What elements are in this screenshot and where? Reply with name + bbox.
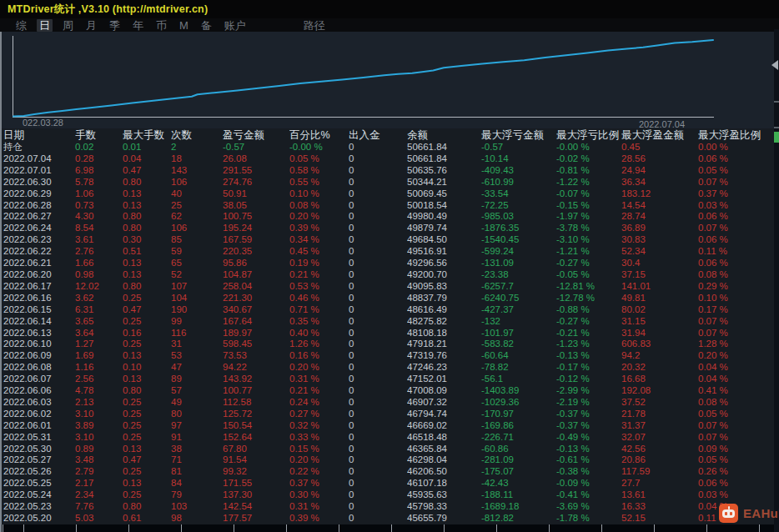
table-row[interactable]: 2022.05.237.760.80103142.540.31 %045798.…	[0, 501, 779, 513]
menu-item-路径[interactable]: 路径	[301, 19, 328, 32]
cell-9: -1.22 %	[556, 177, 621, 188]
cell-10: 80.02	[621, 304, 698, 316]
column-header-3: 次数	[171, 128, 223, 142]
cell-6: 0	[349, 350, 407, 362]
table-row[interactable]: 2022.05.300.890.133867.800.15 %046365.84…	[0, 444, 779, 455]
cell-4: 95.86	[223, 258, 289, 269]
cell-3: 57	[171, 385, 223, 397]
table-row[interactable]: 2022.06.143.650.2599167.640.35 %048275.8…	[0, 316, 779, 328]
menu-item-账户[interactable]: 账户	[222, 19, 249, 32]
cell-11: 0.08 %	[698, 397, 779, 409]
cell-5: -0.00 %	[289, 142, 349, 153]
cell-4: 125.72	[223, 409, 289, 420]
right-scroll-strip[interactable]	[774, 29, 779, 532]
cell-4: 220.35	[223, 246, 289, 258]
table-row[interactable]: 2022.06.248.540.80106195.240.39 %049879.…	[0, 223, 779, 234]
cell-0: 2022.06.27	[3, 211, 75, 223]
splitter-arrow-icon[interactable]	[771, 60, 778, 70]
grid-divider	[181, 524, 182, 532]
table-row[interactable]: 2022.06.1712.020.80107258.040.53 %049095…	[0, 281, 779, 293]
cell-5: 0.45 %	[289, 246, 349, 258]
table-row[interactable]: 2022.05.273.480.477191.540.20 %046298.04…	[0, 454, 779, 466]
cell-3: 104	[171, 293, 223, 304]
table-row[interactable]: 2022.05.242.340.2579137.300.30 %045935.6…	[0, 489, 779, 501]
table-row[interactable]: 2022.05.205.030.6198177.570.39 %045655.7…	[0, 513, 779, 524]
table-row[interactable]: 2022.06.305.780.80106274.760.55 %050344.…	[0, 177, 779, 188]
cell-11: 0.06 %	[698, 234, 779, 246]
table-row[interactable]: 2022.06.013.890.2597150.540.32 %046669.0…	[0, 420, 779, 432]
cell-1: 3.61	[75, 234, 123, 246]
table-row[interactable]: 2022.06.032.130.2549112.580.24 %046907.3…	[0, 397, 779, 409]
cell-6: 0	[349, 153, 407, 165]
table-row[interactable]: 2022.05.252.170.1384171.550.37 %046107.1…	[0, 478, 779, 489]
table-row[interactable]: 2022.06.233.610.3085167.590.34 %049684.5…	[0, 234, 779, 246]
cell-2: 0.13	[123, 258, 171, 269]
table-row[interactable]: 2022.06.101.270.2531598.451.26 %047918.2…	[0, 339, 779, 350]
table-row[interactable]: 2022.06.072.560.1389143.920.31 %047152.0…	[0, 374, 779, 385]
cell-10: 24.94	[621, 165, 698, 177]
column-header-6: 出入金	[349, 128, 407, 142]
menu-item-M[interactable]: M	[177, 19, 191, 32]
menu-item-周[interactable]: 周	[60, 19, 76, 32]
menu-item-季[interactable]: 季	[107, 19, 123, 32]
table-row[interactable]: 2022.06.280.730.132538.050.08 %050018.54…	[0, 200, 779, 212]
cell-7: 48108.18	[407, 328, 481, 339]
table-row[interactable]: 2022.06.133.640.16116189.970.40 %048108.…	[0, 328, 779, 339]
menu-item-综[interactable]: 综	[13, 19, 29, 32]
cell-6: 0	[349, 454, 407, 466]
table-row[interactable]: 持仓0.020.012-0.57-0.00 %050661.84-0.57-0.…	[0, 142, 779, 153]
table-row[interactable]: 2022.07.016.980.47143291.550.58 %050635.…	[0, 165, 779, 177]
cell-9: -0.37 %	[556, 409, 621, 420]
table-row[interactable]: 2022.06.163.620.25104221.300.46 %048837.…	[0, 293, 779, 304]
cell-7: 47008.09	[407, 385, 481, 397]
cell-2: 0.80	[123, 177, 171, 188]
cell-3: 71	[171, 454, 223, 466]
table-row[interactable]: 2022.06.064.780.8057100.770.21 %047008.0…	[0, 385, 779, 397]
table-row[interactable]: 2022.06.291.060.134050.910.10 %050069.45…	[0, 188, 779, 200]
cell-5: 0.15 %	[289, 444, 349, 455]
cell-2: 0.13	[123, 269, 171, 281]
menu-item-月[interactable]: 月	[83, 19, 99, 32]
table-row[interactable]: 2022.05.262.790.258199.320.22 %046206.50…	[0, 466, 779, 478]
cell-8: -23.38	[481, 269, 556, 281]
cell-8: -72.25	[481, 200, 556, 212]
cell-4: 50.91	[223, 188, 289, 200]
cell-4: -0.57	[223, 142, 289, 153]
cell-3: 47	[171, 362, 223, 374]
cell-5: 0.46 %	[289, 293, 349, 304]
cell-6: 0	[349, 444, 407, 455]
table-row[interactable]: 2022.05.313.100.2591152.640.33 %046518.4…	[0, 432, 779, 444]
cell-10: 16.33	[621, 501, 698, 513]
table-row[interactable]: 2022.06.156.310.47190340.670.71 %048616.…	[0, 304, 779, 316]
cell-6: 0	[349, 211, 407, 223]
cell-11: 0.06 %	[698, 153, 779, 165]
cell-9: -1.23 %	[556, 339, 621, 350]
table-row[interactable]: 2022.07.040.280.041826.080.05 %050661.84…	[0, 153, 779, 165]
cell-2: 0.80	[123, 211, 171, 223]
table-header: 日期手数最大手数次数盈亏金额百分比%出入金余额最大浮亏金额最大浮亏比例最大浮盈金…	[0, 128, 779, 142]
table-row[interactable]: 2022.06.081.160.104794.220.20 %047246.23…	[0, 362, 779, 374]
cell-9: -0.21 %	[556, 328, 621, 339]
table-row[interactable]: 2022.06.211.660.136595.860.19 %049296.56…	[0, 258, 779, 269]
table-row[interactable]: 2022.06.200.980.1352104.870.21 %049200.7…	[0, 269, 779, 281]
cell-3: 89	[171, 374, 223, 385]
menu-item-年[interactable]: 年	[130, 19, 146, 32]
table-row[interactable]: 2022.06.222.760.5159220.350.45 %049516.9…	[0, 246, 779, 258]
titlebar: MTDriver统计 ,V3.10 (http://mtdriver.cn)	[0, 0, 779, 18]
cell-11: 0.08 %	[698, 269, 779, 281]
grid-divider	[654, 524, 655, 532]
cell-1: 2.56	[75, 374, 123, 385]
cell-0: 2022.06.17	[3, 281, 75, 293]
table-row[interactable]: 2022.06.091.690.135373.530.16 %047319.76…	[0, 350, 779, 362]
cell-4: 167.64	[223, 316, 289, 328]
table-row[interactable]: 2022.06.023.100.2580125.720.27 %046794.7…	[0, 409, 779, 420]
table-row[interactable]: 2022.06.274.300.8062100.750.20 %049980.4…	[0, 211, 779, 223]
cell-2: 0.25	[123, 420, 171, 432]
menu-item-币[interactable]: 币	[153, 19, 169, 32]
cell-2: 0.25	[123, 409, 171, 420]
cell-7: 50635.76	[407, 165, 481, 177]
menu-item-日[interactable]: 日	[37, 19, 53, 32]
eahub-robot-icon	[719, 504, 738, 523]
cell-0: 2022.06.16	[3, 293, 75, 304]
menu-item-备[interactable]: 备	[199, 19, 214, 32]
